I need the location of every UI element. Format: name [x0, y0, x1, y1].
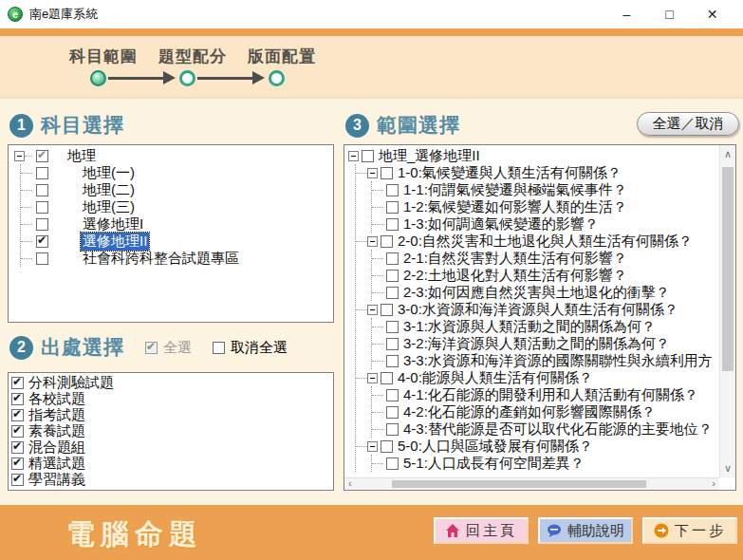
tree-row[interactable]: 地理(一)	[21, 164, 333, 181]
range-group-row[interactable]: 5-0:人口與區域發展有何關係？	[356, 438, 719, 455]
range-row[interactable]: 4-3:替代能源是否可以取代化石能源的主要地位？	[372, 420, 719, 438]
tree-item-label[interactable]: 地理(三)	[81, 198, 137, 216]
checkbox[interactable]	[386, 423, 399, 436]
range-group-row[interactable]: 3-0:水資源和海洋資源與人類生活有何關係？	[356, 301, 719, 318]
source-row[interactable]: 精選試題	[11, 456, 333, 472]
tree-item-label[interactable]: 2-1:自然災害對人類生活有何影響？	[401, 250, 629, 268]
range-group-row[interactable]: 2-0:自然災害和土地退化與人類生活有何關係？	[356, 233, 719, 250]
checkbox[interactable]	[11, 377, 24, 389]
checkbox[interactable]	[36, 167, 48, 179]
checkbox[interactable]	[36, 218, 48, 231]
source-row[interactable]: 混合題組	[11, 439, 333, 456]
checkbox[interactable]	[36, 252, 48, 265]
checkbox[interactable]	[362, 150, 374, 162]
checkbox[interactable]	[381, 167, 393, 179]
collapse-icon[interactable]	[367, 373, 378, 383]
tree-row[interactable]: 選修地理II	[21, 233, 333, 250]
range-group-row[interactable]: 1-0:氣候變遷與人類生活有何關係？	[356, 164, 719, 181]
checkbox[interactable]	[386, 338, 399, 350]
tree-item-label[interactable]: 選修地理II	[81, 233, 149, 251]
tree-item-label[interactable]: 4-1:化石能源的開發利用和人類活動有何關係？	[401, 386, 700, 404]
range-row[interactable]: 3-2:海洋資源與人類活動之間的關係為何？	[372, 335, 719, 352]
tree-row[interactable]: 社會科跨科整合試題專區	[21, 250, 333, 267]
tree-item-label[interactable]: 2-3:如何因應自然災害與土地退化的衝擊？	[401, 284, 672, 302]
deselect-all-label[interactable]: 取消全選	[231, 339, 288, 357]
scroll-down-icon[interactable]: ∨	[720, 462, 735, 475]
home-button[interactable]: 回主頁	[434, 517, 529, 544]
tree-item-label[interactable]: 3-2:海洋資源與人類活動之間的關係為何？	[401, 335, 672, 353]
source-item-label[interactable]: 學習講義	[27, 471, 87, 489]
vertical-scrollbar[interactable]: ∧ ∨	[719, 145, 735, 477]
tree-item-label[interactable]: 地理	[65, 147, 98, 165]
scroll-left-icon[interactable]: ‹	[348, 477, 352, 489]
tree-item-label[interactable]: 地理(二)	[81, 181, 137, 199]
checkbox[interactable]	[386, 184, 399, 196]
checkbox[interactable]	[11, 425, 24, 438]
select-all-checkbox[interactable]	[145, 342, 158, 354]
source-row[interactable]: 分科測驗試題	[11, 375, 333, 391]
collapse-icon[interactable]	[367, 305, 378, 315]
range-row[interactable]: 1-1:何謂氣候變遷與極端氣候事件？	[372, 181, 719, 198]
range-row[interactable]: 3-3:水資源和海洋資源的國際關聯性與永續利用方	[372, 352, 719, 369]
range-row[interactable]: 3-1:水資源與人類活動之間的關係為何？	[372, 318, 719, 335]
source-row[interactable]: 素養試題	[11, 423, 333, 439]
collapse-icon[interactable]	[348, 151, 359, 161]
select-all-toggle-button[interactable]: 全選／取消	[637, 112, 739, 136]
deselect-all-control[interactable]: 取消全選	[213, 339, 288, 357]
help-button[interactable]: 輔助說明	[538, 517, 633, 544]
tree-item-label[interactable]: 地理(一)	[81, 164, 137, 182]
tree-item-label[interactable]: 2-0:自然災害和土地退化與人類生活有何關係？	[396, 233, 695, 251]
checkbox[interactable]	[381, 372, 393, 384]
tree-item-label[interactable]: 4-2:化石能源的產銷如何影響國際關係？	[401, 403, 658, 421]
collapse-icon[interactable]	[367, 168, 378, 178]
checkbox[interactable]	[11, 457, 24, 470]
vertical-scroll-thumb[interactable]	[722, 167, 734, 371]
checkbox[interactable]	[381, 235, 393, 248]
source-row[interactable]: 指考試題	[11, 407, 333, 423]
checkbox[interactable]	[386, 218, 399, 231]
checkbox[interactable]	[36, 184, 48, 196]
source-list[interactable]: 分科測驗試題各校試題指考試題素養試題混合題組精選試題學習講義	[8, 372, 334, 491]
minimize-button[interactable]: –	[605, 0, 648, 28]
checkbox[interactable]	[36, 235, 48, 248]
checkbox[interactable]	[386, 252, 399, 265]
checkbox[interactable]	[11, 474, 24, 486]
range-group-row[interactable]: 4-0:能源與人類生活有何關係？	[356, 369, 719, 386]
tree-item-label[interactable]: 3-0:水資源和海洋資源與人類生活有何關係？	[396, 301, 680, 319]
select-all-label[interactable]: 全選	[163, 339, 192, 357]
checkbox[interactable]	[386, 270, 399, 282]
tree-item-label[interactable]: 選修地理I	[81, 215, 145, 233]
checkbox[interactable]	[386, 355, 399, 367]
collapse-icon[interactable]	[14, 151, 25, 161]
range-root-row[interactable]: 地理_選修地理II	[348, 147, 719, 164]
tree-item-label[interactable]: 1-2:氣候變遷如何影響人類的生活？	[401, 198, 629, 216]
checkbox[interactable]	[386, 287, 399, 299]
checkbox[interactable]	[386, 321, 399, 333]
tree-item-label[interactable]: 3-3:水資源和海洋資源的國際關聯性與永續利用方	[401, 352, 715, 370]
tree-item-label[interactable]: 3-1:水資源與人類活動之間的關係為何？	[401, 318, 658, 336]
range-row[interactable]: 4-2:化石能源的產銷如何影響國際關係？	[372, 403, 719, 420]
tree-item-label[interactable]: 地理_選修地理II	[377, 147, 482, 165]
range-row[interactable]: 1-3:如何調適氣候變遷的影響？	[372, 215, 719, 233]
subject-tree[interactable]: 地理地理(一)地理(二)地理(三)選修地理I選修地理II社會科跨科整合試題專區	[8, 144, 334, 323]
horizontal-scrollbar[interactable]: ‹ ›	[344, 477, 719, 490]
checkbox[interactable]	[386, 457, 399, 470]
checkbox[interactable]	[386, 201, 399, 214]
tree-item-label[interactable]: 5-1:人口成長有何空間差異？	[401, 455, 586, 473]
range-row[interactable]: 2-1:自然災害對人類生活有何影響？	[372, 250, 719, 267]
close-button[interactable]: ✕	[691, 0, 734, 28]
tree-item-label[interactable]: 1-0:氣候變遷與人類生活有何關係？	[396, 164, 623, 182]
source-row[interactable]: 學習講義	[11, 472, 333, 488]
tree-item-label[interactable]: 1-1:何謂氣候變遷與極端氣候事件？	[401, 181, 629, 199]
tree-item-label[interactable]: 2-2:土地退化對人類生活有何影響？	[401, 267, 629, 285]
checkbox[interactable]	[381, 440, 393, 453]
tree-item-label[interactable]: 1-3:如何調適氣候變遷的影響？	[401, 215, 601, 233]
range-row[interactable]: 5-1:人口成長有何空間差異？	[372, 455, 719, 472]
deselect-all-checkbox[interactable]	[213, 342, 225, 354]
tree-item-label[interactable]: 5-0:人口與區域發展有何關係？	[396, 438, 595, 456]
checkbox[interactable]	[11, 409, 24, 421]
scroll-up-icon[interactable]: ∧	[720, 148, 735, 160]
collapse-icon[interactable]	[367, 441, 378, 452]
tree-root-row[interactable]: 地理	[14, 147, 333, 164]
range-row[interactable]: 4-1:化石能源的開發利用和人類活動有何關係？	[372, 386, 719, 403]
